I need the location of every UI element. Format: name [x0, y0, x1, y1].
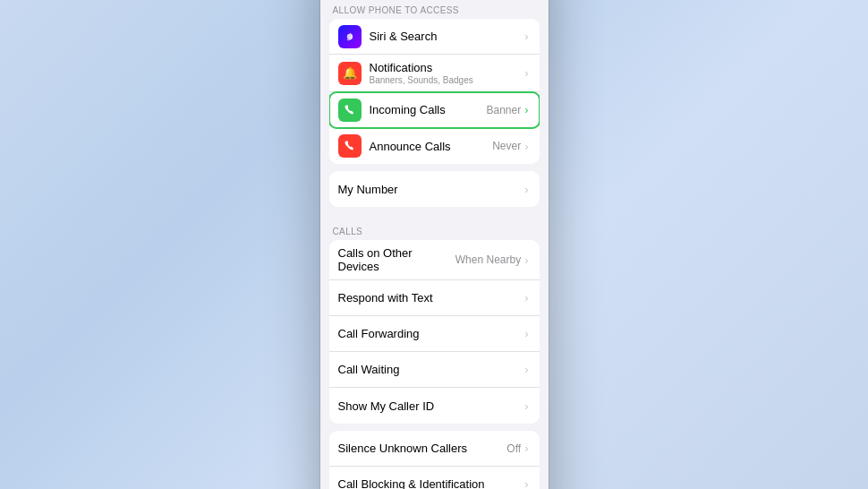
incoming-calls-right: Banner ›	[486, 103, 528, 116]
list-item-incoming-calls[interactable]: Incoming Calls Banner ›	[329, 92, 540, 128]
list-item[interactable]: Siri & Search ›	[329, 19, 540, 55]
chevron-icon: ›	[524, 253, 528, 267]
calls-other-devices-label: Calls on Other Devices	[338, 246, 455, 273]
list-item-call-blocking[interactable]: Call Blocking & Identification ›	[329, 467, 540, 489]
section-header-calls: CALLS	[320, 214, 549, 240]
list-item[interactable]: Announce Calls Never ›	[329, 128, 540, 164]
show-caller-id-right: ›	[523, 399, 528, 413]
allow-phone-group: Siri & Search › 🔔 Notifications Banners,…	[329, 19, 540, 164]
chevron-icon: ›	[524, 327, 528, 340]
call-forwarding-right: ›	[523, 327, 528, 340]
phone-frame: 10:58 ▌▌▌ ▲ ‹ Setting	[320, 0, 549, 489]
list-item-silence-unknown[interactable]: Silence Unknown Callers Off ›	[329, 431, 540, 467]
respond-text-label: Respond with Text	[338, 291, 523, 305]
notifications-icon: 🔔	[338, 62, 362, 85]
list-item-calls-other-devices[interactable]: Calls on Other Devices When Nearby ›	[329, 240, 540, 280]
chevron-icon: ›	[524, 477, 528, 489]
chevron-icon: ›	[524, 140, 528, 153]
announce-calls-label: Announce Calls	[370, 140, 493, 153]
incoming-calls-icon	[338, 99, 362, 122]
announce-calls-right: Never ›	[492, 140, 528, 153]
chevron-icon: ›	[524, 30, 528, 43]
silence-unknown-right: Off ›	[506, 442, 528, 455]
notifications-right: ›	[523, 66, 528, 80]
siri-search-label: Siri & Search	[370, 30, 523, 43]
list-item-respond-text[interactable]: Respond with Text ›	[329, 280, 540, 316]
list-item-call-forwarding[interactable]: Call Forwarding ›	[329, 316, 540, 352]
call-waiting-label: Call Waiting	[338, 363, 523, 376]
list-item-show-caller-id[interactable]: Show My Caller ID ›	[329, 388, 540, 424]
my-number-right: ›	[523, 183, 528, 196]
chevron-icon: ›	[524, 66, 528, 80]
chevron-icon: ›	[524, 103, 528, 116]
silence-unknown-label: Silence Unknown Callers	[338, 442, 507, 455]
call-forwarding-label: Call Forwarding	[338, 327, 523, 340]
notifications-label: Notifications	[370, 61, 523, 74]
calls-other-devices-value: When Nearby	[455, 253, 521, 266]
calls-group: Calls on Other Devices When Nearby › Res…	[329, 240, 540, 424]
respond-text-right: ›	[523, 291, 528, 305]
show-caller-id-label: Show My Caller ID	[338, 399, 523, 413]
list-item-my-number[interactable]: My Number ›	[329, 171, 540, 207]
chevron-icon: ›	[524, 399, 528, 413]
chevron-icon: ›	[524, 442, 528, 455]
announce-calls-value: Never	[492, 140, 521, 152]
siri-icon	[338, 25, 362, 48]
content-area: ALLOW PHONE TO ACCESS Siri & Search ›	[320, 0, 549, 489]
chevron-icon: ›	[524, 363, 528, 376]
chevron-icon: ›	[524, 183, 528, 196]
call-blocking-right: ›	[523, 477, 528, 489]
calls-other-devices-right: When Nearby ›	[455, 253, 529, 267]
incoming-calls-label: Incoming Calls	[370, 103, 487, 116]
call-blocking-label: Call Blocking & Identification	[338, 477, 523, 489]
blocking-group: Silence Unknown Callers Off › Call Block…	[329, 431, 540, 489]
my-number-label: My Number	[338, 183, 523, 196]
announce-calls-icon	[338, 134, 362, 158]
incoming-calls-value: Banner	[486, 104, 521, 116]
chevron-icon: ›	[524, 291, 528, 305]
list-item-call-waiting[interactable]: Call Waiting ›	[329, 352, 540, 388]
notifications-sublabel: Banners, Sounds, Badges	[370, 75, 523, 85]
call-waiting-right: ›	[523, 363, 528, 376]
section-header-allow: ALLOW PHONE TO ACCESS	[320, 0, 549, 19]
siri-search-right: ›	[523, 30, 528, 43]
silence-unknown-value: Off	[506, 442, 521, 455]
list-item[interactable]: 🔔 Notifications Banners, Sounds, Badges …	[329, 55, 540, 92]
my-number-group: My Number ›	[329, 171, 540, 207]
